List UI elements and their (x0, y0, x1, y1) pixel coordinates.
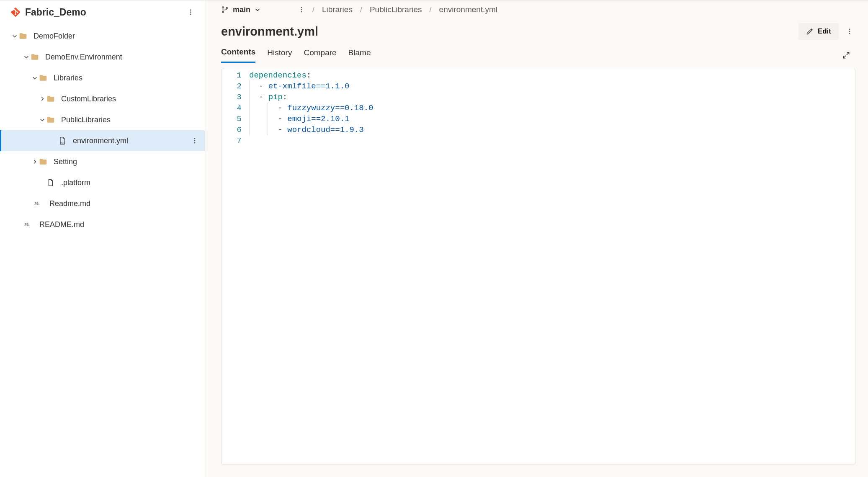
line-number: 3 (222, 92, 247, 103)
breadcrumb-separator: / (312, 5, 314, 14)
folder-icon (18, 31, 28, 41)
markdown-file-icon: M↓ (24, 220, 33, 229)
svg-point-16 (849, 31, 850, 32)
folder-icon (30, 52, 39, 62)
main-content: main / Libraries / PublicLibraries / env… (205, 0, 868, 477)
tree-item-more-button[interactable] (189, 135, 201, 147)
tree-folder-publiclibraries[interactable]: PublicLibraries (0, 109, 205, 130)
tree-label: README.md (39, 220, 201, 229)
tree-label: CustomLibraries (61, 95, 201, 103)
svg-point-4 (194, 138, 196, 139)
svg-point-1 (190, 12, 191, 13)
git-repo-icon (11, 8, 20, 17)
markdown-file-icon: M↓ (34, 199, 44, 208)
app-root: Fabric_Demo DemoFolder DemoEnv.Environme… (0, 0, 868, 477)
repo-name: Fabric_Demo (25, 7, 86, 18)
line-number: 1 (222, 70, 247, 81)
code-line: - wordcloud==1.9.3 (247, 124, 855, 135)
code-line: dependencies: (247, 70, 855, 81)
expand-icon (842, 51, 850, 59)
tab-history[interactable]: History (267, 48, 292, 62)
folder-icon (46, 94, 55, 103)
line-number: 4 (222, 103, 247, 113)
tree-folder-libraries[interactable]: Libraries (0, 67, 205, 88)
svg-point-9 (222, 7, 224, 8)
svg-point-13 (301, 9, 302, 10)
folder-icon (39, 73, 48, 83)
tree-label: DemoEnv.Environment (45, 53, 201, 62)
svg-point-5 (194, 140, 196, 142)
branch-name: main (233, 5, 250, 14)
tree-label: Setting (54, 157, 201, 166)
file-tree: DemoFolder DemoEnv.Environment Libraries… (0, 24, 205, 237)
file-tabs: Contents History Compare Blame (205, 40, 868, 63)
tree-label: DemoFolder (33, 32, 201, 41)
tree-folder-customlibraries[interactable]: CustomLibraries (0, 88, 205, 109)
svg-point-10 (222, 11, 224, 13)
line-number: 2 (222, 81, 247, 92)
tree-label: environment.yml (73, 137, 189, 145)
tree-label: .platform (61, 178, 201, 187)
folder-icon (39, 157, 48, 166)
folder-icon (46, 115, 55, 124)
tab-contents[interactable]: Contents (221, 47, 255, 63)
svg-point-6 (194, 142, 196, 144)
edit-button[interactable]: Edit (798, 23, 839, 40)
tree-folder-demoenv[interactable]: DemoEnv.Environment (0, 46, 205, 67)
more-vertical-icon (191, 137, 198, 144)
breadcrumb-separator: / (360, 5, 362, 14)
code-line (247, 135, 855, 146)
chevron-down-icon (31, 74, 39, 82)
pencil-icon (806, 28, 814, 35)
code-viewer[interactable]: 1 dependencies: 2 - et-xmlfile==1.1.0 3 … (221, 69, 855, 464)
svg-point-11 (226, 7, 228, 9)
edit-button-label: Edit (818, 27, 831, 36)
breadcrumb-libraries[interactable]: Libraries (322, 5, 353, 14)
svg-point-14 (301, 11, 302, 13)
tree-label: Readme.md (49, 199, 201, 208)
fullscreen-button[interactable] (840, 49, 852, 61)
yml-file-icon: YML (58, 136, 67, 145)
path-more-button[interactable] (296, 4, 307, 15)
breadcrumb: / Libraries / PublicLibraries / environm… (312, 5, 497, 14)
tree-folder-demofolder[interactable]: DemoFolder (0, 26, 205, 46)
file-title: environment.yml (221, 25, 318, 39)
tree-label: Libraries (54, 74, 201, 83)
breadcrumb-current[interactable]: environment.yml (439, 5, 497, 14)
chevron-down-icon (23, 53, 30, 61)
file-tree-sidebar: Fabric_Demo DemoFolder DemoEnv.Environme… (0, 0, 205, 477)
tree-folder-setting[interactable]: Setting (0, 151, 205, 172)
tab-blame[interactable]: Blame (348, 48, 371, 62)
line-number: 6 (222, 124, 247, 135)
breadcrumb-publiclibraries[interactable]: PublicLibraries (370, 5, 422, 14)
branch-picker[interactable]: main (221, 5, 260, 14)
branch-icon (221, 6, 229, 13)
topbar: main / Libraries / PublicLibraries / env… (205, 0, 868, 19)
svg-point-12 (301, 7, 302, 8)
file-header: environment.yml Edit (205, 19, 868, 40)
breadcrumb-separator: / (430, 5, 432, 14)
tab-compare[interactable]: Compare (304, 48, 336, 62)
svg-point-17 (849, 33, 850, 34)
svg-text:M↓: M↓ (24, 222, 30, 227)
tree-file-readme-lower[interactable]: M↓ Readme.md (0, 193, 205, 214)
code-line: - et-xmlfile==1.1.0 (247, 81, 855, 92)
more-vertical-icon (846, 28, 853, 35)
tree-file-platform[interactable]: .platform (0, 172, 205, 193)
more-vertical-icon (187, 9, 194, 15)
chevron-down-icon (255, 7, 260, 13)
code-block: 1 dependencies: 2 - et-xmlfile==1.1.0 3 … (222, 69, 855, 146)
file-more-button[interactable] (844, 26, 855, 37)
more-vertical-icon (298, 6, 305, 13)
repo-more-button[interactable] (185, 6, 196, 18)
tree-file-environment-yml[interactable]: YML environment.yml (0, 130, 205, 151)
code-line: - emoji==2.10.1 (247, 113, 855, 124)
line-number: 5 (222, 113, 247, 124)
tree-label: PublicLibraries (61, 116, 201, 124)
code-line: - fuzzywuzzy==0.18.0 (247, 103, 855, 113)
svg-point-15 (849, 29, 850, 30)
tree-file-readme-upper[interactable]: M↓ README.md (0, 214, 205, 235)
repo-header: Fabric_Demo (0, 0, 205, 24)
chevron-right-icon (31, 158, 39, 165)
chevron-right-icon (39, 95, 46, 103)
